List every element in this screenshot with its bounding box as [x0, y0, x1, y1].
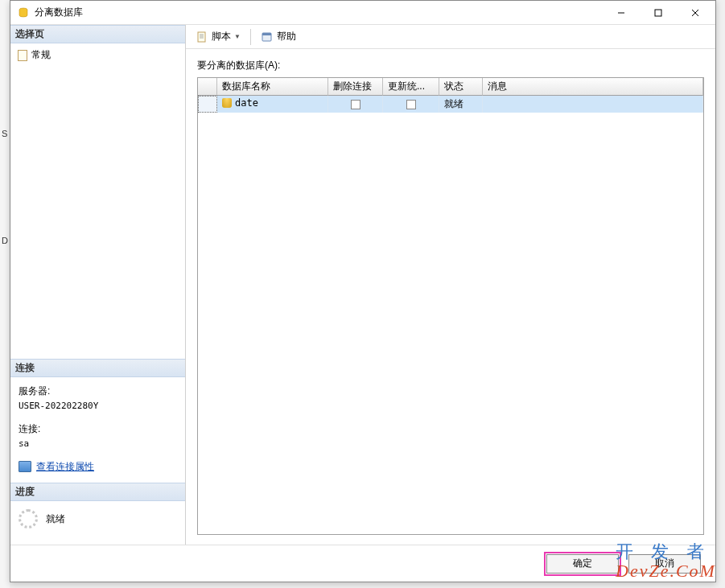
col-status[interactable]: 状态	[439, 78, 483, 96]
script-button[interactable]: 脚本 ▼	[192, 28, 244, 45]
close-button[interactable]	[677, 2, 714, 24]
page-icon	[17, 50, 28, 61]
left-panel: 选择页 常规 连接 服务器: USER-202202280Y 连接: sa 查看…	[10, 25, 186, 545]
view-connection-properties-link[interactable]: 查看连接属性	[36, 459, 94, 475]
page-general-label: 常规	[31, 48, 51, 62]
page-general[interactable]: 常规	[17, 47, 179, 64]
server-value: USER-202202280Y	[19, 399, 177, 413]
cell-message	[483, 96, 703, 113]
window-title: 分离数据库	[35, 6, 83, 19]
maximize-button[interactable]	[640, 2, 677, 24]
cell-database-name: date	[235, 97, 258, 109]
button-bar: 确定 取消	[10, 545, 715, 582]
progress-header: 进度	[10, 483, 185, 501]
table-row[interactable]: date 就绪	[198, 96, 703, 113]
update-statistics-checkbox[interactable]	[406, 100, 416, 109]
svg-rect-5	[198, 32, 205, 42]
help-icon	[261, 31, 274, 43]
database-icon	[222, 98, 232, 108]
properties-icon	[19, 461, 31, 472]
chevron-down-icon: ▼	[234, 33, 241, 40]
connection-header: 连接	[10, 359, 185, 377]
progress-spinner-icon	[19, 509, 38, 528]
cancel-button[interactable]: 取消	[628, 554, 701, 574]
detach-database-dialog: 分离数据库 选择页 常规 连接 服务器: USER-202202280Y 连接:…	[10, 0, 716, 582]
minimize-button[interactable]	[603, 2, 640, 24]
svg-rect-2	[655, 10, 661, 16]
grid-header: 数据库名称 删除连接 更新统... 状态 消息	[198, 78, 703, 96]
right-panel: 脚本 ▼ 帮助 要分离的数据库(A): 数	[186, 25, 715, 545]
connection-value: sa	[19, 437, 177, 451]
col-update-statistics[interactable]: 更新统...	[383, 78, 439, 96]
col-drop-connections[interactable]: 删除连接	[328, 78, 383, 96]
row-selector[interactable]	[198, 96, 217, 113]
progress-status: 就绪	[46, 512, 65, 526]
col-database-name[interactable]: 数据库名称	[217, 78, 328, 96]
cell-status: 就绪	[439, 96, 483, 113]
ok-button[interactable]: 确定	[546, 554, 619, 574]
titlebar: 分离数据库	[10, 1, 715, 25]
connection-label: 连接:	[19, 421, 177, 437]
databases-list-label: 要分离的数据库(A):	[197, 59, 704, 72]
app-icon	[17, 6, 30, 19]
databases-grid[interactable]: 数据库名称 删除连接 更新统... 状态 消息 date	[197, 77, 704, 535]
svg-rect-10	[262, 33, 271, 35]
background-app-fragment: S D	[0, 0, 10, 588]
script-icon	[196, 31, 208, 43]
help-button[interactable]: 帮助	[257, 28, 299, 45]
toolbar: 脚本 ▼ 帮助	[186, 25, 715, 49]
select-page-header: 选择页	[10, 25, 185, 43]
col-message[interactable]: 消息	[483, 78, 703, 96]
server-label: 服务器:	[19, 384, 177, 399]
drop-connections-checkbox[interactable]	[351, 100, 360, 109]
